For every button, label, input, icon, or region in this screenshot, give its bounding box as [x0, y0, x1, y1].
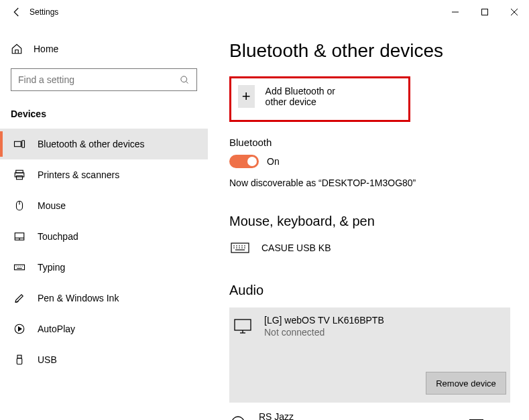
sidebar-item-typing[interactable]: Typing — [0, 252, 208, 283]
add-device-button[interactable]: + Add Bluetooth or other device — [229, 76, 410, 122]
touchpad-icon — [13, 230, 25, 242]
sidebar-nav: Bluetooth & other devices Printers & sca… — [0, 129, 208, 375]
svg-rect-1 — [482, 9, 488, 15]
nav-label: Typing — [38, 262, 65, 273]
nav-label: Touchpad — [38, 231, 78, 242]
bluetooth-state: On — [267, 156, 280, 167]
nav-label: Printers & scanners — [38, 169, 119, 180]
sidebar-item-autoplay[interactable]: AutoPlay — [0, 313, 208, 344]
home-link[interactable]: Home — [0, 38, 208, 60]
device-status: Not connected — [264, 326, 384, 338]
nav-label: Bluetooth & other devices — [38, 139, 145, 149]
svg-marker-23 — [19, 327, 22, 331]
keyboard-device-icon — [231, 241, 249, 255]
device-tv[interactable]: [LG] webOS TV LK616BPTB Not connected Re… — [229, 307, 510, 403]
nav-label: Pen & Windows Ink — [38, 293, 119, 303]
audio-heading: Audio — [229, 283, 510, 298]
mouse-keyboard-heading: Mouse, keyboard, & pen — [229, 214, 510, 229]
svg-rect-10 — [17, 176, 23, 180]
sidebar-item-usb[interactable]: USB — [0, 344, 208, 375]
remove-device-button[interactable]: Remove device — [426, 372, 506, 395]
home-icon — [11, 43, 23, 55]
svg-rect-7 — [22, 141, 25, 148]
mouse-icon — [13, 200, 25, 212]
page-title: Bluetooth & other devices — [229, 40, 510, 62]
nav-label: AutoPlay — [38, 324, 75, 334]
sidebar-item-pen[interactable]: Pen & Windows Ink — [0, 283, 208, 313]
nav-label: USB — [38, 354, 57, 365]
bluetooth-label: Bluetooth — [229, 137, 510, 148]
tv-icon — [233, 318, 252, 334]
minimize-button[interactable] — [440, 0, 470, 24]
nav-label: Mouse — [38, 200, 66, 211]
svg-rect-6 — [15, 141, 21, 147]
svg-line-5 — [186, 81, 188, 83]
search-input[interactable] — [18, 74, 180, 85]
discoverable-text: Now discoverable as “DESKTOP-1M3OG80” — [229, 178, 510, 188]
sidebar-item-touchpad[interactable]: Touchpad — [0, 221, 208, 252]
close-button[interactable] — [499, 0, 529, 24]
device-name: [LG] webOS TV LK616BPTB — [264, 314, 384, 326]
keyboard-icon — [13, 261, 25, 273]
device-name: RS Jazz — [259, 411, 294, 420]
title-bar: Settings — [0, 0, 529, 24]
sidebar-section-title: Devices — [11, 109, 197, 119]
search-icon — [180, 75, 190, 85]
add-device-label: Add Bluetooth or other device — [266, 86, 355, 107]
maximize-button[interactable] — [470, 0, 499, 24]
main-content: Bluetooth & other devices + Add Bluetoot… — [208, 24, 529, 420]
svg-rect-24 — [17, 355, 21, 358]
devices-icon — [13, 138, 25, 150]
back-button[interactable] — [5, 0, 28, 24]
svg-rect-16 — [15, 265, 25, 270]
svg-rect-38 — [235, 320, 251, 330]
plus-icon: + — [238, 85, 255, 108]
usb-icon — [13, 354, 25, 366]
printer-icon — [13, 169, 25, 181]
sidebar-item-mouse[interactable]: Mouse — [0, 190, 208, 221]
autoplay-icon — [13, 323, 25, 335]
device-name: CASUE USB KB — [261, 242, 331, 254]
headset-icon — [229, 415, 247, 420]
window-title: Settings — [30, 7, 58, 17]
svg-point-4 — [181, 76, 187, 82]
sidebar-item-bluetooth[interactable]: Bluetooth & other devices — [0, 129, 208, 159]
search-box[interactable] — [11, 68, 197, 91]
bluetooth-toggle[interactable] — [229, 155, 259, 168]
pen-icon — [13, 292, 25, 304]
sidebar-item-printers[interactable]: Printers & scanners — [0, 159, 208, 190]
device-headset[interactable]: RS Jazz Paired 100% — [229, 411, 510, 420]
svg-rect-25 — [17, 358, 22, 364]
sidebar: Home Devices Bluetooth & other devices P… — [0, 24, 208, 420]
home-label: Home — [34, 44, 58, 54]
device-keyboard[interactable]: CASUE USB KB — [229, 238, 510, 257]
